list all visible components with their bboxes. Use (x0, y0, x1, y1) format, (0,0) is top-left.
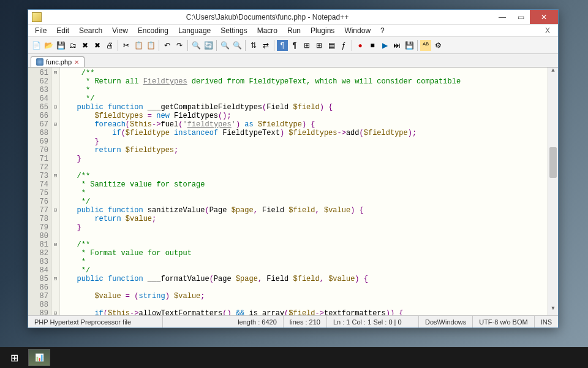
start-button[interactable]: ⊞ (2, 348, 26, 367)
zoom-out-icon[interactable]: 🔍 (232, 40, 243, 51)
save-macro-icon[interactable]: 💾 (404, 40, 415, 51)
menu-language[interactable]: Language (174, 25, 215, 36)
maximize-button[interactable]: ▭ (511, 10, 530, 24)
sync-h-icon[interactable]: ⇄ (260, 40, 271, 51)
close-all-icon[interactable]: ✖ (92, 40, 103, 51)
sync-v-icon[interactable]: ⇅ (248, 40, 259, 51)
tab-label: func.php (46, 58, 72, 66)
docmap-icon[interactable]: ▤ (326, 40, 337, 51)
menu-macro[interactable]: Macro (253, 25, 282, 36)
paste-icon[interactable]: 📋 (145, 40, 156, 51)
copy-icon[interactable]: 📋 (133, 40, 144, 51)
tab-close-icon[interactable]: ✕ (74, 59, 79, 66)
app-window: C:\Users\Jakub\Documents\func.php - Note… (28, 9, 559, 328)
menu-view[interactable]: View (108, 25, 132, 36)
save-icon[interactable]: 💾 (55, 40, 66, 51)
minimize-button[interactable]: — (493, 10, 511, 24)
tabbar: func.php ✕ (28, 54, 558, 67)
line-number-gutter: 6162636465666768697071727374757677787980… (28, 67, 51, 315)
close-file-icon[interactable]: ✖ (80, 40, 91, 51)
menu-search[interactable]: Search (75, 25, 107, 36)
taskbar[interactable]: ⊞ 📊 (0, 347, 588, 368)
menu-file[interactable]: File (31, 25, 51, 36)
scroll-thumb[interactable] (549, 147, 557, 178)
menu-help[interactable]: ? (376, 25, 389, 36)
spellcheck-icon[interactable]: ᴬᴮ (420, 40, 431, 51)
indent-guide-icon[interactable]: ⊞ (301, 40, 312, 51)
separator-icon (274, 40, 274, 51)
separator-icon (417, 40, 418, 51)
fold-column[interactable]: ⊟⊟⊟⊟⊟⊟⊟⊟⊟ (51, 67, 60, 315)
separator-icon (245, 40, 246, 51)
redo-icon[interactable]: ↷ (174, 40, 185, 51)
titlebar[interactable]: C:\Users\Jakub\Documents\func.php - Note… (28, 10, 558, 25)
show-all-chars-icon[interactable]: ¶ (289, 40, 300, 51)
scroll-up-icon[interactable]: ▲ (548, 67, 558, 77)
statusbar: PHP Hypertext Preprocessor file length :… (28, 315, 558, 328)
menubar: File Edit Search View Encoding Language … (28, 25, 558, 37)
find-icon[interactable]: 🔍 (190, 40, 202, 51)
menu-edit[interactable]: Edit (52, 25, 74, 36)
stop-macro-icon[interactable]: ■ (367, 40, 378, 51)
toolbar: 📄 📂 💾 🗂 ✖ ✖ 🖨 ✂ 📋 📋 ↶ ↷ 🔍 🔄 🔍 🔍 ⇅ ⇄ ¶ ¶ … (28, 37, 558, 54)
func-list-icon[interactable]: ƒ (338, 40, 349, 51)
taskbar-app-icon[interactable]: 📊 (28, 349, 50, 366)
record-macro-icon[interactable]: ● (355, 40, 366, 51)
scroll-down-icon[interactable]: ▼ (548, 305, 558, 315)
menu-run[interactable]: Run (283, 25, 305, 36)
status-position: Ln : 1 Col : 1 Sel : 0 | 0 (327, 316, 419, 328)
open-file-icon[interactable]: 📂 (43, 40, 54, 51)
separator-icon (159, 40, 159, 51)
status-eol: Dos\Windows (419, 316, 473, 328)
status-encoding: UTF-8 w/o BOM (473, 316, 534, 328)
save-all-icon[interactable]: 🗂 (67, 40, 78, 51)
status-lines: lines : 210 (284, 316, 327, 328)
print-icon[interactable]: 🖨 (104, 40, 115, 51)
replace-icon[interactable]: 🔄 (203, 40, 214, 51)
cut-icon[interactable]: ✂ (121, 40, 132, 51)
separator-icon (187, 40, 188, 51)
status-length: length : 6420 (232, 316, 284, 328)
menu-window[interactable]: Window (340, 25, 375, 36)
menubar-close-icon[interactable]: X (541, 25, 554, 36)
play-multi-icon[interactable]: ⏭ (391, 40, 402, 51)
tab-funcphp[interactable]: func.php ✕ (31, 56, 85, 67)
wordwrap-icon[interactable]: ¶ (277, 40, 288, 51)
play-macro-icon[interactable]: ▶ (379, 40, 390, 51)
undo-icon[interactable]: ↶ (162, 40, 173, 51)
editor[interactable]: 6162636465666768697071727374757677787980… (28, 67, 558, 315)
menu-plugins[interactable]: Plugins (306, 25, 339, 36)
close-button[interactable]: ✕ (530, 10, 558, 24)
separator-icon (216, 40, 217, 51)
vertical-scrollbar[interactable]: ▲ ▼ (548, 67, 558, 315)
status-filetype: PHP Hypertext Preprocessor file (28, 316, 163, 328)
separator-icon (352, 40, 352, 51)
menu-settings[interactable]: Settings (216, 25, 251, 36)
menu-encoding[interactable]: Encoding (134, 25, 173, 36)
zoom-in-icon[interactable]: 🔍 (219, 40, 230, 51)
separator-icon (118, 40, 118, 51)
new-file-icon[interactable]: 📄 (31, 40, 42, 51)
code-content[interactable]: /** * Return all Fieldtypes derived from… (60, 67, 558, 315)
userlang-icon[interactable]: ⊞ (314, 40, 325, 51)
app-icon (32, 12, 42, 22)
file-icon (36, 58, 43, 66)
window-title: C:\Users\Jakub\Documents\func.php - Note… (42, 13, 493, 21)
status-mode: INS (535, 316, 558, 328)
preferences-icon[interactable]: ⚙ (432, 40, 443, 51)
